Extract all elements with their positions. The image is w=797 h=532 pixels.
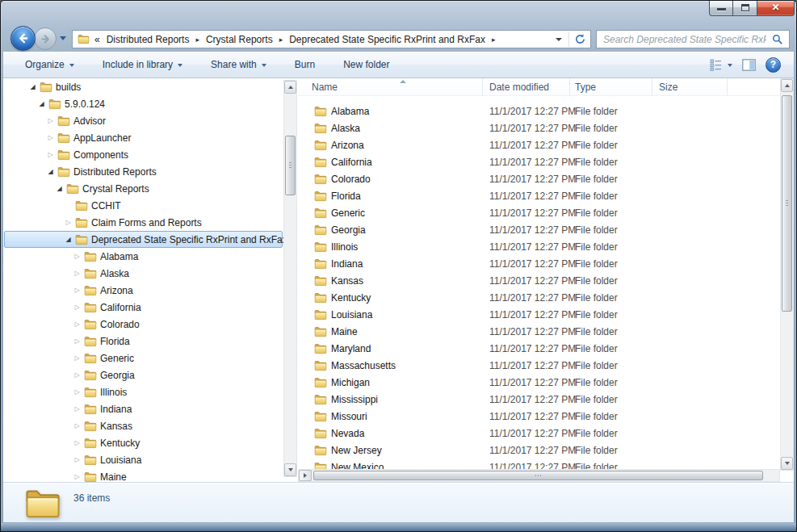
expand-arrow-icon[interactable]: ▷ <box>72 451 82 468</box>
toolbar-button-burn[interactable]: Burn <box>287 55 322 74</box>
tree-item-builds[interactable]: ◢builds <box>3 78 283 95</box>
expand-arrow-icon[interactable]: ▷ <box>72 265 82 282</box>
file-row-california[interactable]: California11/1/2017 12:27 PMFile folder <box>298 153 780 170</box>
file-row-new-mexico[interactable]: New Mexico11/1/2017 12:27 PMFile folder <box>298 459 780 469</box>
help-button[interactable]: ? <box>766 57 781 73</box>
toolbar-button-organize[interactable]: Organize <box>18 55 82 74</box>
toolbar-button-include-in-library[interactable]: Include in library <box>95 55 190 74</box>
file-row-nevada[interactable]: Nevada11/1/2017 12:27 PMFile folder <box>298 425 780 442</box>
file-row-georgia[interactable]: Georgia11/1/2017 12:27 PMFile folder <box>298 221 780 238</box>
file-list-horizontal-scrollbar[interactable] <box>298 469 780 482</box>
column-header-type[interactable]: Type <box>570 78 652 95</box>
tree-item-florida[interactable]: ▷Florida <box>3 333 283 350</box>
refresh-button[interactable] <box>569 31 590 48</box>
file-row-florida[interactable]: Florida11/1/2017 12:27 PMFile folder <box>298 187 780 204</box>
address-dropdown-icon[interactable] <box>556 38 562 41</box>
tree-item-distributed-reports[interactable]: ◢Distributed Reports <box>3 163 283 180</box>
column-header-date-modified[interactable]: Date modified <box>483 78 570 95</box>
file-row-new-jersey[interactable]: New Jersey11/1/2017 12:27 PMFile folder <box>298 442 780 459</box>
collapse-arrow-icon[interactable]: ◢ <box>36 95 47 112</box>
tree-item-advisor[interactable]: ▷Advisor <box>3 112 283 129</box>
file-row-colorado[interactable]: Colorado11/1/2017 12:27 PMFile folder <box>298 170 780 187</box>
recent-pages-dropdown[interactable] <box>60 36 66 40</box>
scroll-up-button[interactable] <box>284 81 296 94</box>
toolbar-button-new-folder[interactable]: New folder <box>336 55 396 74</box>
expand-arrow-icon[interactable]: ▷ <box>45 112 56 129</box>
file-row-arizona[interactable]: Arizona11/1/2017 12:27 PMFile folder <box>298 136 780 153</box>
scroll-right-button[interactable] <box>299 470 312 481</box>
forward-button[interactable] <box>34 27 57 50</box>
minimize-button[interactable] <box>709 1 733 16</box>
expand-arrow-icon[interactable]: ▷ <box>72 282 82 299</box>
file-row-michigan[interactable]: Michigan11/1/2017 12:27 PMFile folder <box>298 374 780 391</box>
file-row-maryland[interactable]: Maryland11/1/2017 12:27 PMFile folder <box>298 340 780 357</box>
breadcrumb-item-distributed-reports[interactable]: Distributed Reports <box>103 32 193 47</box>
expand-arrow-icon[interactable]: ▷ <box>72 367 82 383</box>
tree-item-arizona[interactable]: ▷Arizona <box>3 282 283 299</box>
tree-item-georgia[interactable]: ▷Georgia <box>3 367 283 383</box>
search-icon[interactable] <box>770 34 786 45</box>
tree-item-kentucky[interactable]: ▷Kentucky <box>3 434 283 451</box>
expand-arrow-icon[interactable]: ▷ <box>63 214 73 231</box>
breadcrumb-item-deprecated-state-specific-rxprint-and-rxfax[interactable]: Deprecated State Specific RxPrint and Rx… <box>286 32 489 47</box>
expand-arrow-icon[interactable]: ▷ <box>72 417 82 434</box>
file-row-kentucky[interactable]: Kentucky11/1/2017 12:27 PMFile folder <box>298 289 780 306</box>
file-list-scrollbar-thumb[interactable] <box>782 95 792 312</box>
file-row-maine[interactable]: Maine11/1/2017 12:27 PMFile folder <box>298 323 780 340</box>
tree-item-alaska[interactable]: ▷Alaska <box>3 265 283 282</box>
horizontal-scrollbar-thumb[interactable] <box>313 471 763 480</box>
tree-item-kansas[interactable]: ▷Kansas <box>3 417 283 434</box>
breadcrumb-separator-icon[interactable]: ▸ <box>276 36 287 44</box>
file-row-louisiana[interactable]: Louisiana11/1/2017 12:27 PMFile folder <box>298 306 780 323</box>
expand-arrow-icon[interactable]: ▷ <box>72 316 82 333</box>
preview-pane-button[interactable] <box>742 59 756 71</box>
tree-item-components[interactable]: ▷Components <box>3 146 283 163</box>
expand-arrow-icon[interactable]: ▷ <box>72 383 82 400</box>
tree-scrollbar-thumb[interactable] <box>285 136 296 195</box>
tree-item-claim-forms-and-reports[interactable]: ▷Claim Forms and Reports <box>3 214 283 231</box>
expand-arrow-icon[interactable]: ▷ <box>72 350 82 367</box>
expand-arrow-icon[interactable]: ▷ <box>45 129 56 146</box>
file-row-missouri[interactable]: Missouri11/1/2017 12:27 PMFile folder <box>298 408 780 425</box>
change-view-button[interactable] <box>710 58 732 71</box>
expand-arrow-icon[interactable]: ▷ <box>72 434 82 451</box>
tree-item-alabama[interactable]: ▷Alabama <box>3 248 283 265</box>
tree-item-applauncher[interactable]: ▷AppLauncher <box>3 129 283 146</box>
column-header-size[interactable]: Size <box>652 78 728 95</box>
maximize-button[interactable] <box>732 1 757 16</box>
address-bar[interactable]: « Distributed Reports▸Crystal Reports▸De… <box>72 30 591 48</box>
tree-item-louisiana[interactable]: ▷Louisiana <box>3 451 283 468</box>
scroll-down-button[interactable] <box>781 457 793 470</box>
file-row-generic[interactable]: Generic11/1/2017 12:27 PMFile folder <box>298 204 780 221</box>
breadcrumb-item-crystal-reports[interactable]: Crystal Reports <box>203 32 276 47</box>
file-row-indiana[interactable]: Indiana11/1/2017 12:27 PMFile folder <box>298 255 780 272</box>
file-row-illinois[interactable]: Illinois11/1/2017 12:27 PMFile folder <box>298 238 780 255</box>
expand-arrow-icon[interactable]: ▷ <box>72 248 82 265</box>
tree-item-illinois[interactable]: ▷Illinois <box>3 383 283 400</box>
expand-arrow-icon[interactable]: ▷ <box>72 468 82 482</box>
file-list-vertical-scrollbar[interactable] <box>780 78 794 471</box>
collapse-arrow-icon[interactable]: ◢ <box>63 231 73 248</box>
collapse-arrow-icon[interactable]: ◢ <box>45 163 56 180</box>
column-header-name[interactable]: Name <box>298 78 483 95</box>
collapse-arrow-icon[interactable]: ◢ <box>27 78 38 95</box>
expand-arrow-icon[interactable]: ▷ <box>72 333 82 350</box>
search-input[interactable] <box>597 34 770 45</box>
close-button[interactable]: ✕ <box>757 1 795 16</box>
tree-item-colorado[interactable]: ▷Colorado <box>3 316 283 333</box>
tree-item-5-9-0-124[interactable]: ◢5.9.0.124 <box>3 95 283 112</box>
tree-item-deprecated-state-specific-rxprint-and-rxfax[interactable]: ◢Deprecated State Specific RxPrint and R… <box>3 231 283 248</box>
breadcrumb-separator-icon[interactable]: ▸ <box>489 36 499 44</box>
breadcrumb-overflow-icon[interactable]: « <box>94 34 100 45</box>
file-row-kansas[interactable]: Kansas11/1/2017 12:27 PMFile folder <box>298 272 780 289</box>
expand-arrow-icon[interactable]: ▷ <box>72 400 82 417</box>
tree-item-crystal-reports[interactable]: ◢Crystal Reports <box>3 180 283 197</box>
back-button[interactable] <box>10 26 36 51</box>
tree-item-maine[interactable]: ▷Maine <box>3 468 283 482</box>
file-row-massachusetts[interactable]: Massachusetts11/1/2017 12:27 PMFile fold… <box>298 357 780 374</box>
file-row-alaska[interactable]: Alaska11/1/2017 12:27 PMFile folder <box>298 119 780 136</box>
collapse-arrow-icon[interactable]: ◢ <box>54 180 65 197</box>
file-row-alabama[interactable]: Alabama11/1/2017 12:27 PMFile folder <box>298 103 780 119</box>
scroll-up-button[interactable] <box>781 79 793 92</box>
breadcrumb-separator-icon[interactable]: ▸ <box>192 36 203 44</box>
